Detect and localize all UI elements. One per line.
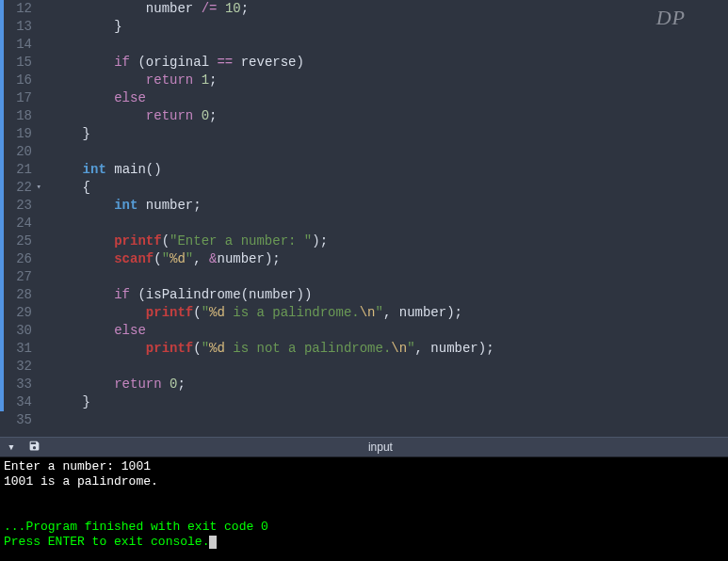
code-line[interactable]: 18 return 0; <box>0 107 728 125</box>
code-line[interactable]: 32 <box>0 358 728 376</box>
line-number: 14 <box>4 36 43 54</box>
line-number: 29 <box>4 304 43 322</box>
line-number: 19 <box>4 125 43 143</box>
console-prompt: Press ENTER to exit console. <box>4 535 209 549</box>
code-line[interactable]: 16 return 1; <box>0 72 728 89</box>
code-text[interactable]: int main() <box>43 161 162 179</box>
code-line[interactable]: 14 <box>0 36 728 54</box>
code-text[interactable]: { <box>43 179 90 197</box>
code-text[interactable]: printf("Enter a number: "); <box>43 232 328 250</box>
code-text[interactable] <box>43 143 51 161</box>
code-line[interactable]: 20 <box>0 143 728 161</box>
code-line[interactable]: 25 printf("Enter a number: "); <box>0 232 728 250</box>
console-line: Enter a number: 1001 <box>4 459 151 473</box>
code-text[interactable]: } <box>43 393 90 411</box>
code-line[interactable]: 17 else <box>0 89 728 107</box>
line-number: 12 <box>4 0 43 18</box>
save-icon[interactable] <box>28 440 40 456</box>
code-line[interactable]: 19 } <box>0 125 728 143</box>
code-editor[interactable]: DP 12 number /= 10;13 }1415 if (original… <box>0 0 728 437</box>
line-number: 35 <box>4 411 43 429</box>
code-text[interactable] <box>43 411 51 429</box>
console-tab-label: input <box>40 441 720 454</box>
fold-icon[interactable]: ▾ <box>37 179 41 197</box>
code-text[interactable] <box>43 268 51 286</box>
cursor-icon <box>209 536 217 549</box>
line-number: 27 <box>4 268 43 286</box>
console-output[interactable]: Enter a number: 1001 1001 is a palindrom… <box>0 457 728 561</box>
code-text[interactable]: } <box>43 18 122 36</box>
code-text[interactable]: return 1; <box>43 72 217 89</box>
code-line[interactable]: 22▾ { <box>0 179 728 197</box>
code-text[interactable]: printf("%d is not a palindrome.\n", numb… <box>43 340 494 358</box>
line-number: 33 <box>4 376 43 393</box>
line-number: 18 <box>4 107 43 125</box>
line-number: 24 <box>4 215 43 232</box>
line-number: 21 <box>4 161 43 179</box>
code-text[interactable] <box>43 36 51 54</box>
code-line[interactable]: 27 <box>0 268 728 286</box>
code-text[interactable]: scanf("%d", &number); <box>43 250 281 268</box>
code-line[interactable]: 15 if (original == reverse) <box>0 54 728 72</box>
console-toolbar: ▾ input <box>0 437 728 457</box>
line-number: 31 <box>4 340 43 358</box>
line-number: 25 <box>4 232 43 250</box>
code-line[interactable]: 23 int number; <box>0 197 728 215</box>
line-number: 16 <box>4 72 43 89</box>
code-text[interactable]: if (original == reverse) <box>43 54 304 72</box>
code-text[interactable]: number /= 10; <box>43 0 249 18</box>
code-line[interactable]: 28 if (isPalindrome(number)) <box>0 286 728 304</box>
line-number: 23 <box>4 197 43 215</box>
code-text[interactable]: int number; <box>43 197 202 215</box>
line-number: 26 <box>4 250 43 268</box>
watermark-label: DP <box>656 6 686 30</box>
line-number: 15 <box>4 54 43 72</box>
code-line[interactable]: 21 int main() <box>0 161 728 179</box>
line-number: 22▾ <box>4 179 43 197</box>
line-number: 34 <box>4 393 43 411</box>
code-line[interactable]: 33 return 0; <box>0 376 728 393</box>
code-text[interactable] <box>43 358 51 376</box>
code-line[interactable]: 30 else <box>0 322 728 340</box>
code-text[interactable]: return 0; <box>43 376 186 393</box>
code-text[interactable]: if (isPalindrome(number)) <box>43 286 312 304</box>
code-line[interactable]: 13 } <box>0 18 728 36</box>
code-line[interactable]: 35 <box>0 411 728 429</box>
line-number: 30 <box>4 322 43 340</box>
chevron-down-icon[interactable]: ▾ <box>8 440 15 455</box>
code-text[interactable]: return 0; <box>43 107 217 125</box>
line-number: 17 <box>4 89 43 107</box>
code-line[interactable]: 24 <box>0 215 728 232</box>
line-number: 28 <box>4 286 43 304</box>
code-text[interactable]: } <box>43 125 90 143</box>
console-line: 1001 is a palindrome. <box>4 474 158 489</box>
line-number: 13 <box>4 18 43 36</box>
code-text[interactable] <box>43 215 51 232</box>
code-line[interactable]: 26 scanf("%d", &number); <box>0 250 728 268</box>
code-text[interactable]: else <box>43 89 146 107</box>
code-text[interactable]: else <box>43 322 146 340</box>
code-line[interactable]: 34 } <box>0 393 728 411</box>
code-line[interactable]: 12 number /= 10; <box>0 0 728 18</box>
code-text[interactable]: printf("%d is a palindrome.\n", number); <box>43 304 462 322</box>
code-line[interactable]: 31 printf("%d is not a palindrome.\n", n… <box>0 340 728 358</box>
code-line[interactable]: 29 printf("%d is a palindrome.\n", numbe… <box>0 304 728 322</box>
line-number: 20 <box>4 143 43 161</box>
console-exit-message: ...Program finished with exit code 0 <box>4 520 268 534</box>
line-number: 32 <box>4 358 43 376</box>
